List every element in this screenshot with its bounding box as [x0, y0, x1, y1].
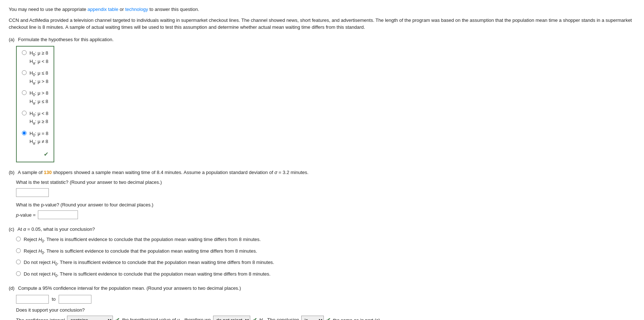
part-c-block: (c) At α = 0.05, what is your conclusion…	[9, 226, 635, 278]
hypothesis-radio-4[interactable]	[22, 111, 27, 115]
part-c-option-2: Reject H0. There is sufficient evidence …	[16, 248, 635, 256]
part-b-question: (b) A sample of 130 shoppers showed a sa…	[9, 169, 635, 176]
part-c-option-3: Do not reject H0. There is insufficient …	[16, 259, 635, 267]
part-a-block: (a) Formulate the hypotheses for this ap…	[9, 36, 635, 162]
test-stat-question: What is the test statistic? (Round your …	[16, 179, 635, 186]
hypothesis-option-3: H0: μ > 8 Ha: μ ≤ 8	[22, 90, 48, 106]
conclusion-radio-2[interactable]	[16, 248, 21, 253]
intro-line: You may need to use the appropriate appe…	[9, 6, 635, 13]
part-d-block: (d) Compute a 95% confidence interval fo…	[9, 285, 635, 320]
ci-middle-text: the hypothesized value of μ0, therefore …	[122, 316, 211, 320]
hypothesis-options-box: H0: μ ≥ 8 Ha: μ < 8 H0: μ ≤ 8 Ha: μ > 8 …	[16, 46, 54, 162]
ci-lower-input[interactable]	[16, 295, 49, 304]
appendix-link[interactable]: appendix table	[87, 7, 118, 12]
part-a-question: (a) Formulate the hypotheses for this ap…	[9, 36, 635, 43]
hypothesis-radio-3[interactable]	[22, 90, 27, 95]
pvalue-row: p-value =	[16, 210, 635, 219]
pvalue-question: What is the p-value? (Round your answer …	[16, 201, 635, 209]
part-c-question: (c) At α = 0.05, what is your conclusion…	[9, 226, 635, 233]
hypothesis-option-1: H0: μ ≥ 8 Ha: μ < 8	[22, 50, 48, 66]
context-paragraph: CCN and ActMedia provided a television c…	[9, 17, 635, 31]
conclusion-radio-4[interactable]	[16, 271, 21, 276]
ci-reject-dropdown[interactable]: reject do not reject	[213, 316, 250, 320]
hypothesis-radio-2[interactable]	[22, 70, 27, 75]
pvalue-label: p-value =	[16, 212, 36, 219]
support-question: Does it support your conclusion?	[16, 307, 635, 314]
ci-to-label: to	[52, 296, 56, 303]
ci-end-text: the same as in part (c).	[333, 317, 381, 320]
part-c-option-4: Do not reject H0. There is sufficient ev…	[16, 270, 635, 278]
ci-h0-text: H0. The conclusion	[259, 316, 299, 320]
ci-same-check: ✔	[326, 316, 331, 320]
ci-reject-check: ✔	[252, 316, 257, 320]
part-d-question: (d) Compute a 95% confidence interval fo…	[9, 285, 635, 292]
ci-text-pre: The confidence interval	[16, 317, 65, 320]
part-c-option-1: Reject H0. There is insufficient evidenc…	[16, 236, 635, 244]
ci-upper-input[interactable]	[59, 295, 91, 304]
hypothesis-option-2: H0: μ ≤ 8 Ha: μ > 8	[22, 70, 48, 86]
ci-inputs-row: to	[16, 295, 635, 304]
hypothesis-option-4: H0: μ < 8 Ha: μ ≥ 8	[22, 110, 48, 126]
hypothesis-radio-5[interactable]	[22, 131, 27, 135]
sample-size: 130	[44, 170, 52, 175]
support-conclusion-row: The confidence interval contains does no…	[16, 316, 635, 320]
pvalue-input[interactable]	[38, 210, 78, 219]
part-b-stat-section: What is the test statistic? (Round your …	[16, 179, 635, 197]
conclusion-radio-3[interactable]	[16, 260, 21, 264]
hypothesis-option-5: H0: μ = 8 Ha: μ ≠ 8	[22, 130, 48, 146]
hypothesis-radio-1[interactable]	[22, 50, 27, 55]
conclusion-radio-1[interactable]	[16, 237, 21, 241]
ci-same-dropdown[interactable]: is is not	[301, 316, 324, 320]
technology-link[interactable]: technology	[125, 7, 148, 12]
test-stat-input[interactable]	[16, 188, 49, 197]
part-a-checkmark: ✔	[22, 150, 48, 159]
part-b-pvalue-section: What is the p-value? (Round your answer …	[16, 201, 635, 220]
ci-contains-check: ✔	[115, 316, 120, 320]
part-b-block: (b) A sample of 130 shoppers showed a sa…	[9, 169, 635, 220]
ci-contains-dropdown[interactable]: contains does not contain	[67, 316, 113, 320]
